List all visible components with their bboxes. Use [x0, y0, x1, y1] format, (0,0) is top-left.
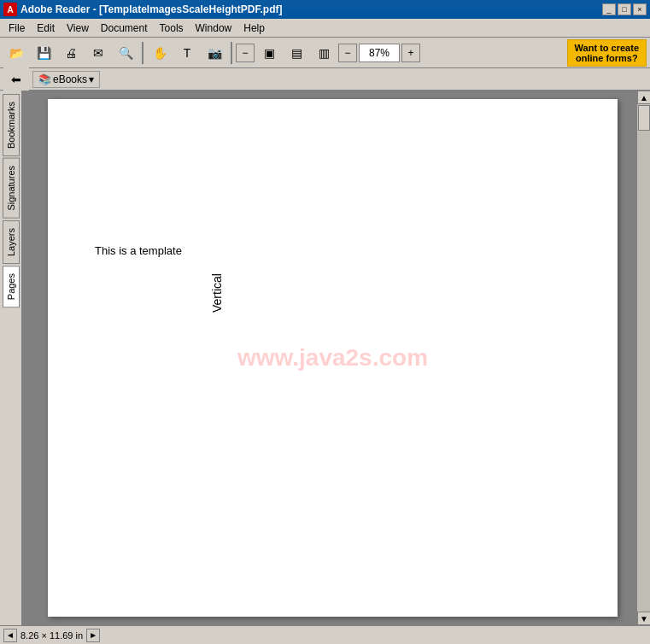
status-left: ◄ 8.26 × 11.69 in ► — [3, 629, 100, 642]
menu-edit[interactable]: Edit — [32, 20, 60, 36]
pdf-page: This is a template Vertical www.java2s.c… — [48, 99, 618, 617]
menu-file[interactable]: File — [3, 20, 30, 36]
vertical-scrollbar: ▲ ▼ — [636, 91, 650, 625]
scroll-down-button[interactable]: ▼ — [637, 612, 650, 625]
next-page-status-button[interactable]: ► — [86, 629, 100, 642]
maximize-button[interactable]: □ — [618, 3, 631, 15]
zoom-out-button[interactable]: − — [236, 44, 255, 62]
prev-view-button[interactable]: ⬅ — [3, 67, 29, 91]
pan-button[interactable]: ✋ — [147, 41, 173, 65]
page-dimensions: 8.26 × 11.69 in — [20, 630, 83, 641]
menu-view[interactable]: View — [61, 20, 94, 36]
fit-page-button[interactable]: ▣ — [256, 41, 282, 65]
menu-help[interactable]: Help — [238, 20, 270, 36]
print-button[interactable]: 🖨 — [58, 41, 84, 65]
open-button[interactable]: 📂 — [3, 41, 29, 65]
main-area: Bookmarks Signatures Layers Pages This i… — [0, 91, 650, 625]
zoom-input[interactable] — [359, 44, 400, 62]
app-icon: A — [3, 3, 17, 16]
window-title: Adobe Reader - [TemplateImagesScaleHeigh… — [20, 3, 283, 15]
layers-tab[interactable]: Layers — [3, 220, 20, 264]
ebooks-icon: 📚 — [38, 73, 51, 85]
save-button[interactable]: 💾 — [31, 41, 56, 65]
email-button[interactable]: ✉ — [85, 41, 111, 65]
menu-document[interactable]: Document — [96, 20, 153, 36]
bookmarks-tab[interactable]: Bookmarks — [3, 94, 20, 156]
sidebar: Bookmarks Signatures Layers Pages — [0, 91, 22, 625]
ebooks-dropdown-icon: ▾ — [89, 73, 94, 85]
scroll-track[interactable] — [637, 104, 650, 612]
ebooks-label: eBooks — [53, 73, 87, 85]
close-button[interactable]: × — [633, 3, 647, 15]
menu-bar: File Edit View Document Tools Window Hel… — [0, 19, 650, 38]
minimize-button[interactable]: _ — [602, 3, 616, 15]
menu-tools[interactable]: Tools — [155, 20, 189, 36]
zoom-in-button[interactable]: + — [401, 44, 420, 62]
watermark: www.java2s.com — [237, 344, 428, 372]
secondary-toolbar: ⬅ 📚 eBooks ▾ — [0, 68, 650, 91]
scroll-up-button[interactable]: ▲ — [637, 91, 650, 104]
signatures-tab[interactable]: Signatures — [3, 158, 20, 219]
fit-full-button[interactable]: ▥ — [311, 41, 337, 65]
status-bar: ◄ 8.26 × 11.69 in ► — [0, 625, 650, 644]
main-toolbar: 📂 💾 🖨 ✉ 🔍 ✋ T 📷 − ▣ ▤ ▥ − + Want to crea… — [0, 38, 650, 68]
snapshot-button[interactable]: 📷 — [202, 41, 227, 65]
separator-1 — [142, 42, 143, 64]
separator-2 — [231, 42, 232, 64]
title-bar: A Adobe Reader - [TemplateImagesScaleHei… — [0, 0, 650, 19]
window-controls: _ □ × — [602, 3, 647, 15]
ad-banner[interactable]: Want to create online forms? — [567, 39, 647, 67]
template-text: This is a template — [95, 244, 182, 257]
search-button[interactable]: 🔍 — [113, 41, 138, 65]
scroll-thumb[interactable] — [638, 105, 650, 131]
menu-window[interactable]: Window — [190, 20, 237, 36]
select-text-button[interactable]: T — [174, 41, 200, 65]
pdf-content-area: This is a template Vertical www.java2s.c… — [22, 91, 636, 625]
ebooks-button[interactable]: 📚 eBooks ▾ — [32, 71, 100, 88]
pages-tab[interactable]: Pages — [3, 266, 20, 307]
zoom-in-button2[interactable]: − — [338, 44, 357, 62]
prev-page-status-button[interactable]: ◄ — [3, 629, 17, 642]
zoom-control: − ▣ ▤ ▥ − + — [236, 41, 420, 65]
ad-line2: online forms? — [576, 53, 638, 63]
vertical-text: Vertical — [210, 202, 224, 313]
ad-line1: Want to create — [575, 43, 639, 53]
fit-width-button[interactable]: ▤ — [284, 41, 309, 65]
